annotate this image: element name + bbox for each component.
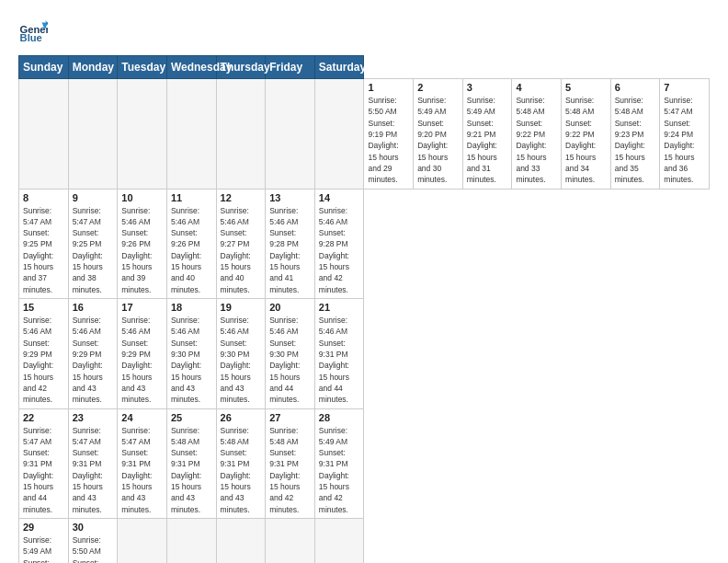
calendar-cell [19,79,69,190]
day-number: 25 [171,412,212,423]
calendar-cell: 7 Sunrise: 5:47 AMSunset: 9:24 PMDayligh… [660,79,710,190]
day-info: Sunrise: 5:49 AMSunset: 9:20 PMDaylight:… [417,95,459,186]
day-number: 21 [319,302,360,313]
day-info: Sunrise: 5:48 AMSunset: 9:31 PMDaylight:… [171,425,212,516]
day-number: 23 [73,412,114,423]
calendar-cell: 2 Sunrise: 5:49 AMSunset: 9:20 PMDayligh… [414,79,463,190]
calendar-cell [118,79,167,190]
logo-icon: General Blue [18,17,48,46]
header-wednesday: Wednesday [166,56,216,79]
calendar-cell [166,79,216,190]
day-info: Sunrise: 5:49 AMSunset: 9:31 PMDaylight:… [319,425,360,516]
day-number: 1 [368,82,409,93]
day-number: 8 [23,192,64,203]
day-number: 24 [121,412,163,423]
day-number: 10 [121,192,163,203]
day-number: 17 [121,302,163,313]
day-number: 6 [615,82,656,93]
calendar-cell: 15 Sunrise: 5:46 AMSunset: 9:29 PMDaylig… [19,299,69,409]
calendar-cell: 4 Sunrise: 5:48 AMSunset: 9:22 PMDayligh… [512,79,562,190]
calendar-cell: 21 Sunrise: 5:46 AMSunset: 9:31 PMDaylig… [314,299,364,409]
calendar-cell [216,79,266,190]
calendar-header-row: SundayMondayTuesdayWednesdayThursdayFrid… [19,56,710,79]
day-number: 22 [23,412,64,423]
day-info: Sunrise: 5:46 AMSunset: 9:30 PMDaylight:… [221,315,262,406]
day-info: Sunrise: 5:47 AMSunset: 9:31 PMDaylight:… [121,425,163,516]
day-number: 28 [319,412,360,423]
calendar-cell: 14 Sunrise: 5:46 AMSunset: 9:28 PMDaylig… [314,189,364,299]
calendar-cell [314,519,364,564]
day-info: Sunrise: 5:48 AMSunset: 9:22 PMDaylight:… [565,95,607,186]
day-info: Sunrise: 5:50 AMSunset: 9:31 PMDaylight:… [73,534,114,563]
day-info: Sunrise: 5:46 AMSunset: 9:26 PMDaylight:… [171,205,212,296]
calendar-page: General Blue SundayMondayTuesdayWednesda… [0,0,728,563]
day-info: Sunrise: 5:46 AMSunset: 9:26 PMDaylight:… [121,205,163,296]
header-friday: Friday [266,56,315,79]
day-info: Sunrise: 5:46 AMSunset: 9:29 PMDaylight:… [23,315,64,406]
calendar-cell: 24 Sunrise: 5:47 AMSunset: 9:31 PMDaylig… [118,408,167,519]
day-info: Sunrise: 5:46 AMSunset: 9:28 PMDaylight:… [319,205,360,296]
day-number: 27 [269,412,311,423]
day-number: 12 [221,192,262,203]
calendar-cell: 18 Sunrise: 5:46 AMSunset: 9:30 PMDaylig… [166,299,216,409]
calendar-week-4: 22 Sunrise: 5:47 AMSunset: 9:31 PMDaylig… [19,408,710,519]
header-tuesday: Tuesday [118,56,167,79]
day-info: Sunrise: 5:49 AMSunset: 9:31 PMDaylight:… [23,534,64,563]
day-number: 4 [516,82,557,93]
day-info: Sunrise: 5:47 AMSunset: 9:31 PMDaylight:… [73,425,114,516]
logo: General Blue [18,17,51,46]
day-number: 19 [221,302,262,313]
day-number: 16 [73,302,114,313]
calendar-cell: 28 Sunrise: 5:49 AMSunset: 9:31 PMDaylig… [314,408,364,519]
calendar-cell: 22 Sunrise: 5:47 AMSunset: 9:31 PMDaylig… [19,408,69,519]
calendar-cell: 11 Sunrise: 5:46 AMSunset: 9:26 PMDaylig… [166,189,216,299]
day-number: 3 [467,82,508,93]
calendar-cell: 26 Sunrise: 5:48 AMSunset: 9:31 PMDaylig… [216,408,266,519]
day-info: Sunrise: 5:48 AMSunset: 9:31 PMDaylight:… [221,425,262,516]
calendar-cell: 20 Sunrise: 5:46 AMSunset: 9:30 PMDaylig… [266,299,315,409]
header-sunday: Sunday [19,56,69,79]
calendar-cell: 16 Sunrise: 5:46 AMSunset: 9:29 PMDaylig… [68,299,118,409]
day-info: Sunrise: 5:46 AMSunset: 9:28 PMDaylight:… [269,205,311,296]
day-number: 30 [73,522,114,533]
day-number: 26 [221,412,262,423]
calendar-week-2: 8 Sunrise: 5:47 AMSunset: 9:25 PMDayligh… [19,189,710,299]
calendar-week-5: 29 Sunrise: 5:49 AMSunset: 9:31 PMDaylig… [19,519,710,564]
calendar-cell: 17 Sunrise: 5:46 AMSunset: 9:29 PMDaylig… [118,299,167,409]
calendar-cell: 10 Sunrise: 5:46 AMSunset: 9:26 PMDaylig… [118,189,167,299]
day-info: Sunrise: 5:46 AMSunset: 9:29 PMDaylight:… [121,315,163,406]
header-monday: Monday [68,56,118,79]
calendar-cell [118,519,167,564]
day-info: Sunrise: 5:47 AMSunset: 9:25 PMDaylight:… [23,205,64,296]
calendar-week-1: 1 Sunrise: 5:50 AMSunset: 9:19 PMDayligh… [19,79,710,190]
day-number: 15 [23,302,64,313]
day-info: Sunrise: 5:46 AMSunset: 9:30 PMDaylight:… [269,315,311,406]
day-number: 11 [171,192,212,203]
calendar-cell [314,79,364,190]
calendar-cell: 30 Sunrise: 5:50 AMSunset: 9:31 PMDaylig… [68,519,118,564]
day-info: Sunrise: 5:47 AMSunset: 9:31 PMDaylight:… [23,425,64,516]
day-info: Sunrise: 5:47 AMSunset: 9:24 PMDaylight:… [664,95,705,186]
calendar-cell [166,519,216,564]
day-number: 5 [565,82,607,93]
calendar-cell: 5 Sunrise: 5:48 AMSunset: 9:22 PMDayligh… [562,79,611,190]
day-number: 9 [73,192,114,203]
day-number: 14 [319,192,360,203]
calendar-table: SundayMondayTuesdayWednesdayThursdayFrid… [18,55,710,563]
calendar-cell: 9 Sunrise: 5:47 AMSunset: 9:25 PMDayligh… [68,189,118,299]
calendar-cell: 29 Sunrise: 5:49 AMSunset: 9:31 PMDaylig… [19,519,69,564]
calendar-cell: 27 Sunrise: 5:48 AMSunset: 9:31 PMDaylig… [266,408,315,519]
header: General Blue [18,17,710,46]
calendar-cell: 1 Sunrise: 5:50 AMSunset: 9:19 PMDayligh… [364,79,414,190]
calendar-cell [68,79,118,190]
day-info: Sunrise: 5:46 AMSunset: 9:27 PMDaylight:… [221,205,262,296]
day-number: 13 [269,192,311,203]
day-info: Sunrise: 5:46 AMSunset: 9:31 PMDaylight:… [319,315,360,406]
day-number: 29 [23,522,64,533]
day-info: Sunrise: 5:46 AMSunset: 9:30 PMDaylight:… [171,315,212,406]
calendar-cell: 8 Sunrise: 5:47 AMSunset: 9:25 PMDayligh… [19,189,69,299]
day-number: 20 [269,302,311,313]
calendar-cell [266,79,315,190]
day-info: Sunrise: 5:48 AMSunset: 9:31 PMDaylight:… [269,425,311,516]
day-info: Sunrise: 5:46 AMSunset: 9:29 PMDaylight:… [73,315,114,406]
